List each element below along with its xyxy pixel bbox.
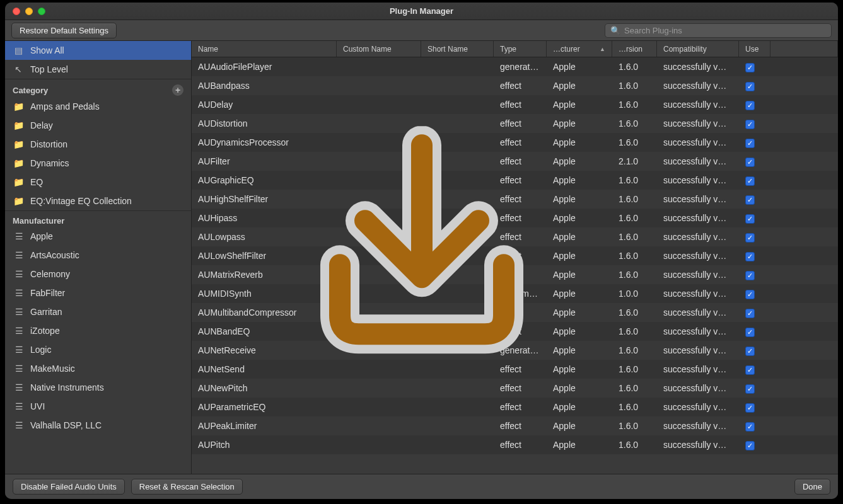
table-row[interactable]: AULowpasseffectApple1.6.0successfully v…… [192,227,838,246]
table-row[interactable]: AUNetReceivegenerat…Apple1.6.0successful… [192,341,838,360]
folder-icon: 📁 [13,101,24,112]
col-custom-name[interactable]: Custom Name [337,41,421,57]
table-row[interactable]: AUNewPitcheffectApple1.6.0successfully v… [192,379,838,398]
sidebar-item-label: MakeMusic [30,364,75,374]
checkbox-icon[interactable]: ✓ [745,328,755,337]
checkbox-icon[interactable]: ✓ [745,384,755,394]
checkbox-icon[interactable]: ✓ [745,290,755,299]
col-short-name[interactable]: Short Name [421,41,494,57]
table-row[interactable]: AULowShelfFiltereffectApple1.6.0successf… [192,246,838,265]
cell-version: 1.6.0 [612,364,657,374]
disable-failed-button[interactable]: Disable Failed Audio Units [13,479,125,495]
cell-type: effect [494,175,547,185]
sidebar-category-item[interactable]: 📁Dynamics [5,154,191,173]
cell-name: AUMatrixReverb [192,270,337,280]
table-row[interactable]: AUDelayeffectApple1.6.0successfully v…✓ [192,95,838,114]
sidebar-category-item[interactable]: 📁Distortion [5,135,191,154]
table-row[interactable]: AUHighShelfFiltereffectApple1.6.0success… [192,190,838,209]
sidebar-manufacturer-item[interactable]: ☰Logic [5,340,191,359]
table-row[interactable]: AUDistortioneffectApple1.6.0successfully… [192,114,838,133]
search-input[interactable] [624,26,826,35]
search-field[interactable]: 🔍 [605,23,832,38]
checkbox-icon[interactable]: ✓ [745,176,755,186]
sidebar-category-item[interactable]: 📁EQ [5,173,191,192]
up-arrow-icon: ↖ [13,64,24,74]
sidebar-item-label: EQ:Vintage EQ Collection [30,196,132,206]
sidebar-manufacturer-item[interactable]: ☰Apple [5,227,191,246]
cell-version: 1.6.0 [612,270,657,280]
checkbox-icon[interactable]: ✓ [745,82,755,91]
table-row[interactable]: AUMatrixReverbeffectApple1.6.0successful… [192,265,838,284]
reset-rescan-button[interactable]: Reset & Rescan Selection [131,479,243,495]
checkbox-icon[interactable]: ✓ [745,271,755,280]
col-name[interactable]: Name [192,41,337,57]
cell-type: effect [494,251,547,261]
cell-use: ✓ [739,194,770,205]
cell-version: 1.6.0 [612,307,657,318]
checkbox-icon[interactable]: ✓ [745,101,755,110]
checkbox-icon[interactable]: ✓ [745,214,755,224]
table-row[interactable]: AUParametricEQeffectApple1.6.0successful… [192,398,838,416]
checkbox-icon[interactable]: ✓ [745,158,755,167]
table-row[interactable]: AUGraphicEQeffectApple1.6.0successfully … [192,171,838,190]
sidebar-item-top-level[interactable]: ↖ Top Level [5,60,191,79]
checkbox-icon[interactable]: ✓ [745,252,755,261]
list-icon: ☰ [13,288,24,298]
cell-version: 1.6.0 [612,402,657,412]
sidebar-manufacturer-item[interactable]: ☰Garritan [5,302,191,321]
cell-version: 1.6.0 [612,118,657,129]
sidebar-manufacturer-item[interactable]: ☰Native Instruments [5,378,191,397]
done-button[interactable]: Done [794,479,830,495]
sidebar-manufacturer-item[interactable]: ☰UVI [5,397,191,416]
cell-version: 1.6.0 [612,213,657,223]
cell-use: ✓ [739,118,770,129]
table-row[interactable]: AUDynamicsProcessoreffectApple1.6.0succe… [192,133,838,152]
table-row[interactable]: AUNBandEQeffectApple1.6.0successfully v…… [192,322,838,341]
col-type[interactable]: Type [494,41,547,57]
checkbox-icon[interactable]: ✓ [745,195,755,205]
sidebar-category-item[interactable]: 📁Amps and Pedals [5,97,191,116]
col-use[interactable]: Use [739,41,770,57]
sidebar-item-show-all[interactable]: ▤ Show All [5,41,191,60]
sidebar-manufacturer-item[interactable]: ☰ArtsAcoustic [5,246,191,265]
table-row[interactable]: AUMIDISynthinstrum…Apple1.0.0successfull… [192,284,838,303]
cell-manufacturer: Apple [547,364,612,374]
restore-default-button[interactable]: Restore Default Settings [11,23,117,38]
cell-use: ✓ [739,62,770,72]
checkbox-icon[interactable]: ✓ [745,120,755,129]
cell-manufacturer: Apple [547,421,612,431]
table-row[interactable]: AUAudioFilePlayergenerat…Apple1.6.0succe… [192,57,838,76]
sidebar-manufacturer-item[interactable]: ☰MakeMusic [5,359,191,378]
sidebar-manufacturer-item[interactable]: ☰Valhalla DSP, LLC [5,416,191,435]
table-row[interactable]: AUBandpasseffectApple1.6.0successfully v… [192,76,838,95]
checkbox-icon[interactable]: ✓ [745,441,755,450]
table-row[interactable]: AUNetSendeffectApple1.6.0successfully v…… [192,360,838,379]
sidebar-manufacturer-item[interactable]: ☰FabFilter [5,284,191,302]
table-row[interactable]: AUPeakLimitereffectApple1.6.0successfull… [192,416,838,435]
sidebar-item-label: Show All [30,45,64,55]
table-row[interactable]: AUFiltereffectApple2.1.0successfully v…✓ [192,152,838,171]
add-category-icon[interactable]: + [172,84,183,96]
col-compatibility[interactable]: Compatibility [657,41,739,57]
sidebar-manufacturer-item[interactable]: ☰iZotope [5,321,191,340]
table-row[interactable]: AUHipasseffectApple1.6.0successfully v…✓ [192,209,838,227]
col-version[interactable]: …rsion [612,41,657,57]
checkbox-icon[interactable]: ✓ [745,403,755,413]
sidebar-manufacturer-item[interactable]: ☰Celemony [5,265,191,284]
checkbox-icon[interactable]: ✓ [745,309,755,318]
folder-icon: 📁 [13,120,24,130]
table-row[interactable]: AUMultibandCompressoreffectApple1.6.0suc… [192,303,838,322]
checkbox-icon[interactable]: ✓ [745,63,755,72]
cell-use: ✓ [739,326,770,337]
sidebar-category-item[interactable]: 📁EQ:Vintage EQ Collection [5,192,191,210]
cell-compatibility: successfully v… [657,62,739,72]
sidebar-category-item[interactable]: 📁Delay [5,116,191,135]
toolbar: Restore Default Settings 🔍 [5,20,838,41]
checkbox-icon[interactable]: ✓ [745,139,755,148]
checkbox-icon[interactable]: ✓ [745,365,755,375]
col-manufacturer[interactable]: …cturer [547,41,612,57]
checkbox-icon[interactable]: ✓ [745,346,755,356]
checkbox-icon[interactable]: ✓ [745,233,755,243]
checkbox-icon[interactable]: ✓ [745,422,755,432]
table-row[interactable]: AUPitcheffectApple1.6.0successfully v…✓ [192,435,838,454]
